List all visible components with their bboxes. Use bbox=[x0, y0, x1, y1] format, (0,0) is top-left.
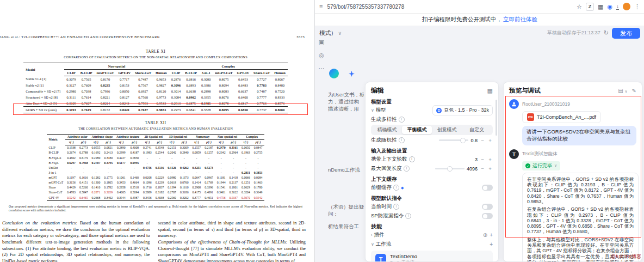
increment-button[interactable]: + bbox=[487, 137, 493, 143]
persona-text-fragment: 问； bbox=[328, 211, 364, 218]
metric-cell: - bbox=[240, 166, 252, 170]
persona-text-fragment: 描述清晰，用 bbox=[328, 106, 364, 113]
sp-leak-toggle[interactable] bbox=[482, 213, 493, 219]
column-group-header: Attribute-shape bbox=[90, 135, 115, 140]
menu-icon[interactable]: ≡ bbox=[319, 4, 323, 10]
scrollbar-thumb[interactable] bbox=[496, 100, 497, 136]
mode-option[interactable]: 平衡模式 bbox=[402, 126, 432, 134]
plugins-row[interactable]: › 插件 ⊕ + bbox=[371, 231, 493, 239]
table-row: Attn-Exct + SD v2 [9]0.31090.76070.82140… bbox=[23, 100, 288, 107]
table-row: 3-in-1--------------0.28310.3853 bbox=[47, 170, 264, 175]
workflow-card[interactable]: T TextinDemo Textin工作流 bbox=[371, 251, 493, 262]
bot-profile-row bbox=[329, 69, 355, 78]
circle-plus-icon[interactable]: ⊕ bbox=[483, 232, 487, 238]
panel-icon[interactable]: ▣ bbox=[319, 39, 324, 45]
publish-button[interactable]: 发布 bbox=[612, 28, 640, 39]
mode-option[interactable]: 精确模式 bbox=[372, 126, 402, 134]
metric-cell: 0.7727 bbox=[251, 76, 272, 83]
download-icon[interactable]: ↓ bbox=[616, 4, 619, 10]
pencil-icon[interactable]: ✎ bbox=[632, 88, 636, 94]
plus-icon[interactable]: + bbox=[490, 241, 493, 247]
metric-cell: 0.3161 bbox=[227, 145, 240, 151]
preview-debug-panel: 预览与调试 ▤ ∨ ✎ RootUser_2100321019 PDF T2I-… bbox=[503, 82, 642, 262]
metric-cell: 0.2151 bbox=[166, 145, 178, 151]
more-horizontal-icon[interactable]: ⋯ bbox=[319, 65, 325, 71]
extensions-icon[interactable]: ▦ bbox=[598, 4, 603, 10]
doubao-logo-icon: D bbox=[436, 108, 442, 113]
column-header: CLIP bbox=[64, 70, 78, 76]
randomness-slider[interactable] bbox=[439, 139, 468, 141]
target-icon[interactable]: ◎ bbox=[319, 52, 324, 58]
metric-cell: 0.1616 bbox=[77, 175, 90, 180]
pdf-page: TANG et al.: T2I-COMPBENCH++: AN ENHANCE… bbox=[0, 0, 314, 262]
decrement-button[interactable]: − bbox=[480, 166, 485, 172]
gem-icon: ◆ bbox=[401, 186, 404, 190]
metric-cell: 0.9653 bbox=[153, 76, 169, 83]
chevron-right-icon[interactable]: › bbox=[371, 233, 373, 237]
prefix-cache-toggle[interactable] bbox=[482, 185, 493, 191]
model-selector[interactable]: D 豆包 · 1.5 · Pro · 32k bbox=[432, 105, 493, 115]
metric-name: mGPT-CoT bbox=[47, 180, 65, 185]
metric-name: 3-in-1 bbox=[47, 170, 65, 175]
metric-cell: 0.3328 bbox=[199, 107, 213, 113]
metric-cell: 0.0647 bbox=[190, 175, 203, 180]
table-footnote: Our proposed metrics demonstrate a signi… bbox=[9, 205, 302, 214]
current-time-row: 当前时间 i bbox=[371, 203, 493, 211]
attachment-card[interactable]: PDF T2I-CompBench_An_....pdf bbox=[522, 111, 601, 123]
mode-option[interactable]: 自定义 bbox=[462, 126, 492, 134]
metric-cell: - bbox=[77, 170, 90, 175]
max-length-slider[interactable] bbox=[435, 168, 465, 169]
decrement-button[interactable]: − bbox=[480, 156, 485, 162]
metric-cell: 0.5070 bbox=[240, 196, 252, 201]
layout-icon[interactable]: ▦ bbox=[487, 87, 493, 94]
sparkle-icon[interactable] bbox=[349, 71, 355, 77]
monitor-icon[interactable]: ▤ ∨ bbox=[618, 88, 627, 94]
metric-cell: 0.1557 bbox=[190, 145, 203, 151]
metric-cell: 0.9853 bbox=[153, 107, 169, 113]
chevron-down-icon[interactable]: ∨ bbox=[371, 242, 374, 247]
preview-header: 预览与调试 ▤ ∨ ✎ bbox=[509, 86, 636, 95]
side-icon-strip: ▣ ◎ ⋯ bbox=[317, 39, 326, 71]
workflow-row[interactable]: ∨ 工作流 + bbox=[371, 240, 493, 248]
plus-icon[interactable]: + bbox=[490, 232, 493, 238]
metric-cell: 0.3788 bbox=[77, 150, 90, 155]
column-header: τ(↑) bbox=[166, 140, 178, 145]
metric-cell: - bbox=[190, 170, 203, 175]
column-header: τ(↑) bbox=[190, 140, 203, 145]
metric-cell: 0.2973 bbox=[169, 107, 183, 113]
current-time-toggle[interactable] bbox=[482, 204, 493, 210]
column-header: 3-in-1 bbox=[199, 70, 213, 76]
info-icon: i bbox=[405, 213, 411, 219]
browser-profile-avatar[interactable] bbox=[623, 3, 630, 10]
metric-cell: - bbox=[178, 170, 190, 175]
z-extension-icon[interactable]: Z bbox=[586, 3, 594, 11]
more-vertical-icon[interactable]: ⋮ bbox=[634, 4, 640, 10]
metric-cell: - bbox=[240, 156, 252, 161]
metric-cell: 0.6875 bbox=[183, 100, 199, 107]
table-xii-label: TABLE XII bbox=[0, 120, 314, 125]
run-status-chip[interactable]: ✓ 运行完毕 ∨ bbox=[522, 161, 560, 170]
metric-cell: 0.7560 bbox=[133, 94, 153, 100]
bookmark-star-icon[interactable]: ☆ bbox=[577, 4, 582, 10]
randomness-row: 生成随机性 i 0.8 − + bbox=[371, 136, 493, 144]
metric-cell: - bbox=[227, 170, 240, 175]
record-icon[interactable]: ◉ bbox=[607, 4, 612, 10]
metric-cell: 0.1782 bbox=[102, 185, 115, 190]
decrement-button[interactable]: − bbox=[480, 137, 485, 143]
metric-cell: 0.4756 bbox=[141, 166, 153, 170]
table-row: CLIP0.19380.27730.05550.08210.28900.4008… bbox=[47, 145, 264, 151]
increment-button[interactable]: + bbox=[487, 156, 493, 162]
metric-cell: 0.5136 bbox=[153, 166, 166, 170]
chevron-down-icon[interactable]: ∨ bbox=[371, 108, 374, 113]
history-icon[interactable]: ↻ bbox=[604, 29, 609, 36]
info-icon: i bbox=[409, 156, 415, 162]
bot-avatar[interactable] bbox=[329, 69, 339, 78]
column-header: mGPT-CoT bbox=[213, 70, 235, 76]
metric-cell: - bbox=[252, 156, 264, 161]
metric-cell: 0.2280 bbox=[90, 156, 102, 161]
increment-button[interactable]: + bbox=[487, 166, 493, 172]
mode-option[interactable]: 创意模式 bbox=[432, 126, 462, 134]
promo-link[interactable]: 立即前往体验 bbox=[503, 16, 537, 23]
promo-text: 扣子编程限时免费公开测试中， bbox=[422, 16, 502, 23]
metric-cell: 0.8083 bbox=[213, 88, 235, 94]
